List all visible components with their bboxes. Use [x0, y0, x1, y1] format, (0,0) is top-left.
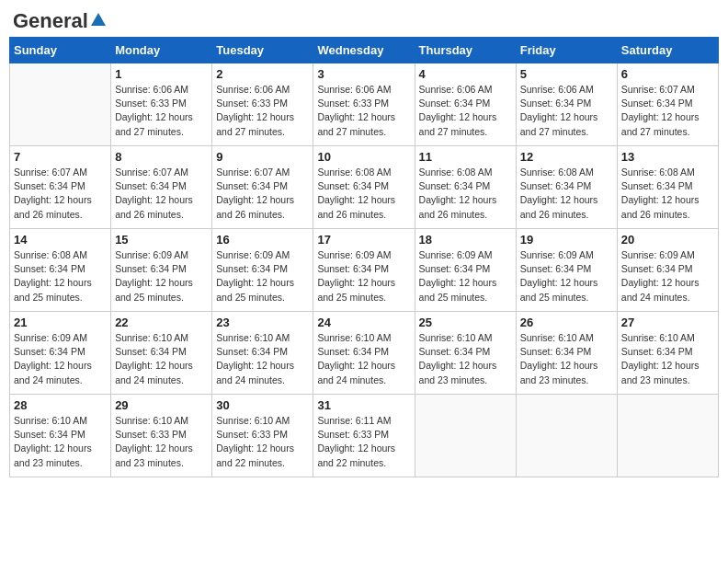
day-info: Sunrise: 6:08 AM Sunset: 6:34 PM Dayligh… — [317, 166, 410, 222]
day-header-tuesday: Tuesday — [212, 38, 313, 63]
empty-cell — [10, 63, 111, 146]
day-number: 22 — [115, 316, 208, 329]
day-info: Sunrise: 6:06 AM Sunset: 6:33 PM Dayligh… — [317, 83, 410, 139]
day-info: Sunrise: 6:10 AM Sunset: 6:34 PM Dayligh… — [520, 331, 613, 387]
day-number: 26 — [520, 316, 613, 329]
day-info: Sunrise: 6:06 AM Sunset: 6:33 PM Dayligh… — [115, 83, 208, 139]
day-info: Sunrise: 6:10 AM Sunset: 6:34 PM Dayligh… — [419, 331, 512, 387]
week-row-5: 28Sunrise: 6:10 AM Sunset: 6:34 PM Dayli… — [10, 395, 719, 477]
day-header-friday: Friday — [516, 38, 617, 63]
empty-cell — [415, 395, 516, 477]
day-info: Sunrise: 6:07 AM Sunset: 6:34 PM Dayligh… — [115, 166, 208, 222]
day-cell-9: 9Sunrise: 6:07 AM Sunset: 6:34 PM Daylig… — [212, 146, 313, 229]
day-info: Sunrise: 6:10 AM Sunset: 6:34 PM Dayligh… — [216, 331, 309, 387]
day-number: 13 — [621, 150, 714, 164]
calendar-header-row: SundayMondayTuesdayWednesdayThursdayFrid… — [10, 38, 719, 63]
day-info: Sunrise: 6:10 AM Sunset: 6:33 PM Dayligh… — [115, 414, 208, 470]
day-info: Sunrise: 6:06 AM Sunset: 6:34 PM Dayligh… — [419, 83, 512, 139]
day-cell-26: 26Sunrise: 6:10 AM Sunset: 6:34 PM Dayli… — [516, 312, 617, 395]
day-header-monday: Monday — [111, 38, 212, 63]
day-cell-16: 16Sunrise: 6:09 AM Sunset: 6:34 PM Dayli… — [212, 229, 313, 312]
day-info: Sunrise: 6:07 AM Sunset: 6:34 PM Dayligh… — [14, 166, 107, 222]
day-cell-1: 1Sunrise: 6:06 AM Sunset: 6:33 PM Daylig… — [111, 63, 212, 146]
day-cell-19: 19Sunrise: 6:09 AM Sunset: 6:34 PM Dayli… — [516, 229, 617, 312]
day-cell-22: 22Sunrise: 6:10 AM Sunset: 6:34 PM Dayli… — [111, 312, 212, 395]
day-number: 25 — [419, 316, 512, 329]
day-number: 31 — [317, 398, 410, 412]
day-header-wednesday: Wednesday — [313, 38, 415, 63]
day-number: 20 — [621, 233, 714, 247]
day-number: 23 — [216, 316, 309, 329]
day-number: 6 — [621, 67, 714, 81]
day-info: Sunrise: 6:09 AM Sunset: 6:34 PM Dayligh… — [115, 248, 208, 304]
day-number: 8 — [115, 150, 208, 164]
day-number: 7 — [14, 150, 107, 164]
logo-general: General — [13, 9, 88, 33]
day-cell-3: 3Sunrise: 6:06 AM Sunset: 6:33 PM Daylig… — [313, 63, 415, 146]
day-number: 11 — [419, 150, 512, 164]
day-info: Sunrise: 6:08 AM Sunset: 6:34 PM Dayligh… — [419, 166, 512, 222]
day-header-sunday: Sunday — [10, 38, 111, 63]
day-number: 5 — [520, 67, 613, 81]
day-number: 9 — [216, 150, 309, 164]
empty-cell — [617, 395, 718, 477]
day-info: Sunrise: 6:09 AM Sunset: 6:34 PM Dayligh… — [14, 331, 107, 387]
day-cell-31: 31Sunrise: 6:11 AM Sunset: 6:33 PM Dayli… — [313, 395, 415, 477]
day-number: 16 — [216, 233, 309, 247]
day-number: 15 — [115, 233, 208, 247]
day-number: 12 — [520, 150, 613, 164]
day-cell-23: 23Sunrise: 6:10 AM Sunset: 6:34 PM Dayli… — [212, 312, 313, 395]
day-number: 28 — [14, 398, 107, 412]
day-header-thursday: Thursday — [415, 38, 516, 63]
day-number: 19 — [520, 233, 613, 247]
day-cell-2: 2Sunrise: 6:06 AM Sunset: 6:33 PM Daylig… — [212, 63, 313, 146]
week-row-4: 21Sunrise: 6:09 AM Sunset: 6:34 PM Dayli… — [10, 312, 719, 395]
day-number: 17 — [317, 233, 410, 247]
day-info: Sunrise: 6:10 AM Sunset: 6:34 PM Dayligh… — [14, 414, 107, 470]
day-info: Sunrise: 6:09 AM Sunset: 6:34 PM Dayligh… — [520, 248, 613, 304]
day-cell-12: 12Sunrise: 6:08 AM Sunset: 6:34 PM Dayli… — [516, 146, 617, 229]
day-info: Sunrise: 6:08 AM Sunset: 6:34 PM Dayligh… — [14, 248, 107, 304]
week-row-3: 14Sunrise: 6:08 AM Sunset: 6:34 PM Dayli… — [10, 229, 719, 312]
week-row-2: 7Sunrise: 6:07 AM Sunset: 6:34 PM Daylig… — [10, 146, 719, 229]
day-info: Sunrise: 6:09 AM Sunset: 6:34 PM Dayligh… — [216, 248, 309, 304]
day-info: Sunrise: 6:07 AM Sunset: 6:34 PM Dayligh… — [621, 83, 714, 139]
calendar-table: SundayMondayTuesdayWednesdayThursdayFrid… — [9, 37, 719, 477]
day-number: 21 — [14, 316, 107, 329]
day-info: Sunrise: 6:09 AM Sunset: 6:34 PM Dayligh… — [621, 248, 714, 304]
logo: General — [13, 9, 106, 29]
day-cell-20: 20Sunrise: 6:09 AM Sunset: 6:34 PM Dayli… — [617, 229, 718, 312]
empty-cell — [516, 395, 617, 477]
day-cell-24: 24Sunrise: 6:10 AM Sunset: 6:34 PM Dayli… — [313, 312, 415, 395]
day-number: 2 — [216, 67, 309, 81]
day-cell-30: 30Sunrise: 6:10 AM Sunset: 6:33 PM Dayli… — [212, 395, 313, 477]
day-info: Sunrise: 6:11 AM Sunset: 6:33 PM Dayligh… — [317, 414, 410, 470]
day-number: 14 — [14, 233, 107, 247]
day-cell-27: 27Sunrise: 6:10 AM Sunset: 6:34 PM Dayli… — [617, 312, 718, 395]
day-cell-15: 15Sunrise: 6:09 AM Sunset: 6:34 PM Dayli… — [111, 229, 212, 312]
day-cell-5: 5Sunrise: 6:06 AM Sunset: 6:34 PM Daylig… — [516, 63, 617, 146]
day-cell-18: 18Sunrise: 6:09 AM Sunset: 6:34 PM Dayli… — [415, 229, 516, 312]
day-number: 29 — [115, 398, 208, 412]
day-number: 3 — [317, 67, 410, 81]
day-number: 18 — [419, 233, 512, 247]
day-cell-29: 29Sunrise: 6:10 AM Sunset: 6:33 PM Dayli… — [111, 395, 212, 477]
day-info: Sunrise: 6:07 AM Sunset: 6:34 PM Dayligh… — [216, 166, 309, 222]
day-info: Sunrise: 6:06 AM Sunset: 6:33 PM Dayligh… — [216, 83, 309, 139]
day-cell-10: 10Sunrise: 6:08 AM Sunset: 6:34 PM Dayli… — [313, 146, 415, 229]
day-info: Sunrise: 6:10 AM Sunset: 6:34 PM Dayligh… — [317, 331, 410, 387]
day-header-saturday: Saturday — [617, 38, 718, 63]
page-header: General — [9, 9, 719, 29]
day-info: Sunrise: 6:10 AM Sunset: 6:34 PM Dayligh… — [621, 331, 714, 387]
day-info: Sunrise: 6:10 AM Sunset: 6:33 PM Dayligh… — [216, 414, 309, 470]
day-info: Sunrise: 6:10 AM Sunset: 6:34 PM Dayligh… — [115, 331, 208, 387]
day-cell-6: 6Sunrise: 6:07 AM Sunset: 6:34 PM Daylig… — [617, 63, 718, 146]
day-number: 10 — [317, 150, 410, 164]
day-cell-7: 7Sunrise: 6:07 AM Sunset: 6:34 PM Daylig… — [10, 146, 111, 229]
day-cell-13: 13Sunrise: 6:08 AM Sunset: 6:34 PM Dayli… — [617, 146, 718, 229]
week-row-1: 1Sunrise: 6:06 AM Sunset: 6:33 PM Daylig… — [10, 63, 719, 146]
day-cell-8: 8Sunrise: 6:07 AM Sunset: 6:34 PM Daylig… — [111, 146, 212, 229]
day-cell-28: 28Sunrise: 6:10 AM Sunset: 6:34 PM Dayli… — [10, 395, 111, 477]
day-cell-17: 17Sunrise: 6:09 AM Sunset: 6:34 PM Dayli… — [313, 229, 415, 312]
day-info: Sunrise: 6:08 AM Sunset: 6:34 PM Dayligh… — [621, 166, 714, 222]
